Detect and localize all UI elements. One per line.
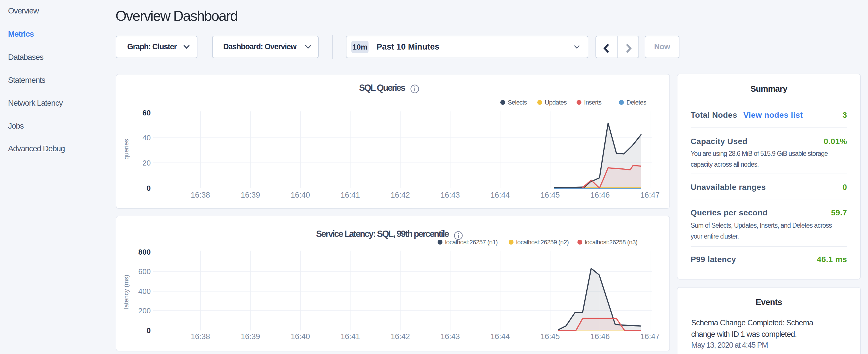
svg-text:16:47: 16:47: [641, 332, 660, 341]
svg-text:16:43: 16:43: [440, 191, 460, 199]
svg-text:16:38: 16:38: [191, 332, 210, 341]
svg-text:16:39: 16:39: [241, 332, 260, 341]
svg-text:600: 600: [138, 267, 151, 276]
svg-text:16:38: 16:38: [191, 191, 210, 199]
svg-text:latency (ms): latency (ms): [123, 275, 130, 309]
svg-text:queries: queries: [123, 139, 130, 160]
svg-text:40: 40: [143, 133, 151, 142]
svg-text:16:42: 16:42: [391, 191, 410, 199]
svg-text:16:46: 16:46: [590, 191, 610, 199]
svg-text:16:45: 16:45: [540, 332, 560, 341]
svg-text:20: 20: [143, 159, 151, 167]
svg-text:16:41: 16:41: [341, 191, 360, 199]
svg-text:200: 200: [138, 307, 151, 315]
svg-text:16:45: 16:45: [540, 191, 560, 199]
svg-text:0: 0: [147, 184, 151, 192]
svg-text:16:40: 16:40: [290, 332, 310, 341]
svg-text:800: 800: [138, 248, 151, 256]
svg-text:16:46: 16:46: [590, 332, 610, 341]
svg-text:16:42: 16:42: [391, 332, 410, 341]
svg-text:60: 60: [143, 108, 151, 117]
svg-text:16:44: 16:44: [491, 332, 510, 341]
svg-text:400: 400: [138, 287, 151, 296]
svg-text:16:47: 16:47: [641, 191, 660, 199]
svg-text:16:44: 16:44: [491, 191, 510, 199]
svg-text:0: 0: [147, 326, 151, 335]
svg-text:16:40: 16:40: [290, 191, 310, 199]
svg-text:16:39: 16:39: [241, 191, 260, 199]
svg-text:16:41: 16:41: [341, 332, 360, 341]
svg-text:16:43: 16:43: [440, 332, 460, 341]
